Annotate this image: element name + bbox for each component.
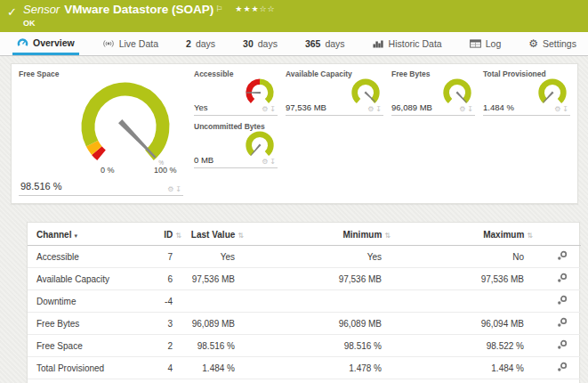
tab-label: Log (486, 38, 502, 49)
sort-icon: ⇅ (238, 232, 244, 240)
channel-settings-icon[interactable] (557, 250, 568, 261)
table-row: Free Space 2 98.516 % 98.516 % 98.522 % (28, 335, 581, 357)
channel-id: 4 (148, 357, 183, 379)
channel-minimum: 98.516 % (246, 335, 392, 357)
priority-flag-icon[interactable]: ⚐ (215, 4, 222, 13)
tab-30-days[interactable]: 30 days (238, 32, 282, 55)
sensor-header: ✓ SensorVMware Datastore (SOAP)⚐★★★☆☆ OK (0, 0, 588, 32)
column-header-last-value[interactable]: Last Value⇅ (183, 223, 246, 246)
channel-minimum: 96,089 MB (246, 313, 392, 335)
channel-id: -4 (148, 290, 183, 313)
channel-id: 7 (148, 246, 183, 268)
channel-id: 2 (148, 335, 183, 357)
tab-settings[interactable]: ⚙ Settings (524, 32, 581, 55)
channel-minimum: 1.478 % (246, 357, 392, 379)
free-space-gauge-dial: % (76, 78, 175, 178)
table-row: Free Bytes 3 96,089 MB 96,089 MB 96,094 … (28, 313, 581, 335)
channel-settings-icon[interactable] (557, 273, 568, 283)
table-row: Uncommitted Bytes 5 0 MB 0 MB 0 MB (28, 379, 581, 383)
gauge-icon (17, 37, 28, 47)
sort-icon: ⇅ (175, 232, 181, 240)
small-gauges-grid: Accessible Yes ⚙↧ Available Capacity 97,… (194, 69, 570, 198)
tab-live-data[interactable]: Live Data (98, 32, 163, 55)
channel-maximum: 1.484 % (392, 357, 535, 379)
gauge-pin-icon[interactable]: ↧ (467, 105, 473, 113)
channel-table-card: Channel▾ ID⇅ Last Value⇅ Minimum⇅ Maximu… (27, 222, 580, 383)
channel-name: Total Provisioned (28, 357, 148, 379)
sort-icon: ⇅ (384, 232, 391, 240)
table-row: Accessible 7 Yes Yes No (28, 246, 581, 268)
tab-2-days[interactable]: 2 days (181, 32, 220, 55)
gauge-pin-icon[interactable]: ↧ (175, 185, 181, 193)
column-header-maximum[interactable]: Maximum⇅ (392, 223, 535, 246)
gauge-pin-icon[interactable]: ↧ (562, 105, 568, 113)
channel-last-value: 96,089 MB (183, 313, 246, 335)
gauge-pin-icon[interactable]: ↧ (270, 105, 276, 113)
channel-minimum: 97,536 MB (246, 268, 392, 290)
tab-bar: Overview Live Data 2 days 30 days 365 da… (0, 32, 588, 56)
gauge-gear-icon[interactable]: ⚙ (262, 158, 268, 166)
gauge-total-provisioned: Total Provisioned 1.484 % ⚙↧ (483, 69, 570, 116)
channel-settings-icon[interactable] (557, 362, 568, 372)
channel-last-value: 98.516 % (183, 335, 246, 357)
priority-stars[interactable]: ★★★☆☆ (235, 4, 275, 13)
gauge-value: 97,536 MB (286, 102, 326, 112)
tab-overview[interactable]: Overview (12, 32, 79, 55)
gauge-free-bytes: Free Bytes 96,089 MB ⚙↧ (391, 69, 475, 116)
gauge-pin-icon[interactable]: ↧ (375, 105, 382, 113)
gear-icon: ⚙ (528, 39, 538, 48)
log-table-icon (470, 39, 481, 48)
gauge-value: 98.516 % (20, 181, 61, 192)
tab-number: 30 (243, 38, 254, 49)
sensor-page: ✓ SensorVMware Datastore (SOAP)⚐★★★☆☆ OK… (0, 0, 588, 383)
gauge-gear-icon[interactable]: ⚙ (554, 105, 560, 113)
bar-chart-icon (373, 39, 384, 48)
gauge-pin-icon[interactable]: ↧ (270, 158, 276, 166)
channel-maximum (392, 290, 535, 313)
gauge-scale-min: 0 % (101, 166, 115, 175)
channel-maximum: 96,094 MB (392, 313, 535, 335)
gauge-gear-icon[interactable]: ⚙ (262, 105, 268, 113)
tab-historic-data[interactable]: Historic Data (368, 32, 447, 55)
channel-id: 5 (148, 379, 183, 383)
channel-name: Free Space (28, 335, 148, 357)
channel-name: Available Capacity (28, 268, 148, 290)
gauge-available-capacity: Available Capacity 97,536 MB ⚙↧ (286, 69, 383, 116)
channel-minimum: 0 MB (246, 379, 392, 383)
gauge-value: Yes (194, 102, 208, 112)
column-header-id[interactable]: ID⇅ (148, 223, 183, 246)
channel-maximum: No (392, 246, 535, 268)
gauge-gear-icon[interactable]: ⚙ (367, 105, 374, 113)
channel-name: Accessible (28, 246, 148, 268)
gauge-value: 1.484 % (483, 102, 514, 112)
channel-settings-icon[interactable] (557, 339, 568, 350)
tab-label: Settings (543, 38, 576, 49)
gauge-gear-icon[interactable]: ⚙ (167, 185, 173, 193)
object-kind-label: Sensor (23, 3, 60, 16)
gauge-free-space: Free Space % 0 % 100 % 98.516 % ⚙↧ (19, 69, 183, 196)
tab-number: 2 (186, 38, 191, 49)
tab-label: Overview (33, 37, 75, 48)
tab-label: Historic Data (389, 38, 442, 49)
channel-id: 3 (148, 313, 183, 335)
tab-label: days (196, 38, 215, 49)
gauge-value: 96,089 MB (391, 102, 432, 112)
tab-label: days (325, 38, 344, 49)
tab-365-days[interactable]: 365 days (301, 32, 350, 55)
tab-log[interactable]: Log (465, 32, 506, 55)
channel-last-value: 1.484 % (183, 357, 246, 379)
channel-minimum: Yes (246, 246, 392, 268)
column-header-channel[interactable]: Channel▾ (28, 223, 148, 246)
sort-icon: ⇅ (527, 232, 533, 240)
channel-settings-icon[interactable] (557, 317, 568, 328)
channel-maximum: 98.522 % (392, 335, 535, 357)
channel-last-value: 97,536 MB (183, 268, 246, 290)
gauge-uncommitted-bytes: Uncommitted Bytes 0 MB ⚙↧ (194, 122, 278, 168)
channel-settings-icon[interactable] (557, 295, 568, 306)
column-header-minimum[interactable]: Minimum⇅ (246, 223, 392, 246)
table-row: Downtime -4 (28, 290, 581, 313)
status-ok-icon: ✓ (7, 5, 17, 19)
channel-table: Channel▾ ID⇅ Last Value⇅ Minimum⇅ Maximu… (28, 223, 581, 383)
gauge-gear-icon[interactable]: ⚙ (459, 105, 465, 113)
gauge-title: Free Space (19, 69, 183, 78)
